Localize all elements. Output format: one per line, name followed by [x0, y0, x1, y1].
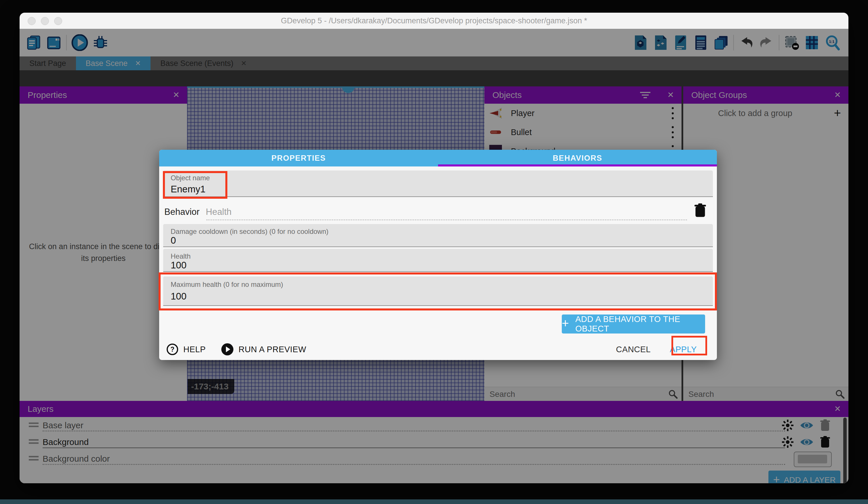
question-glyph: ? [170, 346, 174, 353]
titlebar: GDevelop 5 - /Users/dkarakay/Documents/G… [20, 13, 848, 29]
annotation-maximum-health [158, 272, 717, 311]
behavior-name-underline [206, 220, 687, 220]
add-behavior-button[interactable]: + ADD A BEHAVIOR TO THE OBJECT [562, 314, 705, 333]
cancel-button[interactable]: CANCEL [616, 339, 651, 360]
behavior-name-input[interactable]: Health [206, 207, 232, 217]
add-behavior-label: ADD A BEHAVIOR TO THE OBJECT [575, 314, 705, 333]
dialog-tab-behaviors[interactable]: BEHAVIORS [438, 150, 717, 167]
health-field[interactable]: Health 100 [163, 249, 713, 272]
help-icon[interactable]: ? [167, 344, 178, 355]
object-editor-dialog: PROPERTIES BEHAVIORS Object name Enemy1 … [159, 150, 717, 360]
dialog-tabbar: PROPERTIES BEHAVIORS [159, 150, 717, 167]
field-value: 100 [170, 260, 186, 271]
dialog-actions-left: ? HELP RUN A PREVIEW [167, 339, 306, 360]
field-label: Health [170, 252, 190, 260]
object-name-field[interactable]: Object name Enemy1 [163, 171, 713, 197]
screenshot-root: GDevelop 5 - /Users/dkarakay/Documents/G… [0, 0, 868, 504]
dialog-actions: ? HELP RUN A PREVIEW CANCEL APPLY [159, 339, 717, 360]
run-preview-icon[interactable] [221, 343, 234, 355]
run-preview-button[interactable]: RUN A PREVIEW [239, 345, 306, 354]
desktop-background-strip [0, 500, 868, 504]
window-title: GDevelop 5 - /Users/dkarakay/Documents/G… [20, 13, 848, 29]
field-value: 0 [170, 235, 176, 246]
plus-icon: + [562, 316, 569, 330]
field-label: Damage cooldown (in seconds) (0 for no c… [170, 228, 328, 235]
help-button[interactable]: HELP [183, 345, 206, 354]
dialog-tab-properties[interactable]: PROPERTIES [159, 150, 438, 167]
annotation-apply-button [671, 336, 707, 355]
behavior-label: Behavior [164, 207, 199, 217]
behavior-header-row: Behavior Health [164, 202, 712, 222]
delete-behavior-trash-icon[interactable] [694, 203, 706, 219]
annotation-object-name [163, 171, 227, 199]
damage-cooldown-field[interactable]: Damage cooldown (in seconds) (0 for no c… [163, 224, 713, 247]
active-tab-indicator [438, 164, 717, 167]
